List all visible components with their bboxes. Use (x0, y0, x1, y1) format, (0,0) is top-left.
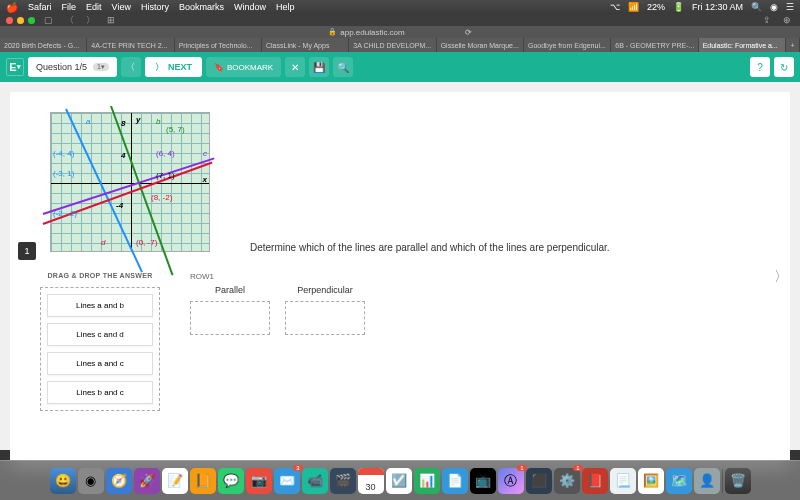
help-button[interactable]: ? (750, 57, 770, 77)
bluetooth-icon[interactable]: ⌥ (610, 2, 620, 12)
pages-icon[interactable]: 📄 (442, 468, 468, 494)
wifi-icon[interactable]: 📶 (628, 2, 639, 12)
reload-icon[interactable]: ⟳ (465, 28, 472, 37)
sidebar-toggle-icon[interactable]: ▢ (41, 15, 56, 25)
parallel-drop-target[interactable] (190, 301, 270, 335)
spotlight-icon[interactable]: 🔍 (751, 2, 762, 12)
perpendicular-header: Perpendicular (297, 285, 353, 295)
menu-file[interactable]: File (62, 2, 77, 12)
tab-1[interactable]: 4A-CTE PRIN TECH 2... (87, 38, 174, 52)
calendar-icon[interactable] (358, 468, 384, 494)
finder-icon[interactable]: 😀 (50, 468, 76, 494)
question-selector[interactable]: Question 1/5 1▾ (28, 57, 117, 77)
question-text: Determine which of the lines are paralle… (250, 242, 610, 253)
drag-item-ab[interactable]: Lines a and b (47, 294, 153, 317)
dictionary-icon[interactable]: 📕 (582, 468, 608, 494)
appstore-icon[interactable]: Ⓐ1 (498, 468, 524, 494)
forward-button[interactable]: 〉 (83, 14, 98, 27)
menu-bookmarks[interactable]: Bookmarks (179, 2, 224, 12)
reminders-icon[interactable]: ☑️ (386, 468, 412, 494)
row-label: ROW1 (190, 272, 760, 281)
minimize-window-icon[interactable] (17, 17, 24, 24)
appletv-icon[interactable]: 📺 (470, 468, 496, 494)
tab-8-active[interactable]: Edulastic: Formative a... (699, 38, 786, 52)
macos-dock: 😀 ◉ 🧭 🚀 📝 📙 💬 📷 ✉️3 📹 🎬 ☑️ 📊 📄 📺 Ⓐ1 ⬛ ⚙️… (0, 460, 800, 500)
close-window-icon[interactable] (6, 17, 13, 24)
drag-item-ac[interactable]: Lines a and c (47, 352, 153, 375)
battery-icon[interactable]: 🔋 (673, 2, 684, 12)
drag-panel: DRAG & DROP THE ANSWER Lines a and b Lin… (40, 272, 160, 411)
clock[interactable]: Fri 12:30 AM (692, 2, 743, 12)
label-c: c (203, 149, 207, 158)
new-tab-button[interactable]: + (786, 38, 800, 52)
contacts-icon[interactable]: 👤 (694, 468, 720, 494)
maps-icon[interactable]: 🗺️ (666, 468, 692, 494)
app-toolbar: E▾ Question 1/5 1▾ 〈 〉 NEXT 🔖 BOOKMARK ✕… (0, 52, 800, 82)
close-button[interactable]: ✕ (285, 57, 305, 77)
siri-dock-icon[interactable]: ◉ (78, 468, 104, 494)
macos-menubar: 🍎 Safari File Edit View History Bookmark… (0, 0, 800, 14)
notes-icon[interactable]: 📝 (162, 468, 188, 494)
question-content: 1 y x 8 4 -4 a b c d (-4, 4) (-3, 1) (10, 92, 790, 462)
notifications-icon[interactable]: ☰ (786, 2, 794, 12)
tab-4[interactable]: 3A CHILD DEVELOPM... (349, 38, 436, 52)
window-controls (6, 17, 35, 24)
sysprefs-icon[interactable]: ⚙️1 (554, 468, 580, 494)
url-bar[interactable]: 🔒 app.edulastic.com ⟳ (0, 26, 800, 38)
preview-icon[interactable]: 🖼️ (638, 468, 664, 494)
app-name[interactable]: Safari (28, 2, 52, 12)
bookmark-button[interactable]: 🔖 BOOKMARK (206, 57, 281, 77)
back-button[interactable]: 〈 (62, 14, 77, 27)
drag-item-bc[interactable]: Lines b and c (47, 381, 153, 404)
photobooth-icon[interactable]: 📷 (246, 468, 272, 494)
mail-icon[interactable]: ✉️3 (274, 468, 300, 494)
menu-help[interactable]: Help (276, 2, 295, 12)
search-button[interactable]: 🔍 (333, 57, 353, 77)
keynote-icon[interactable]: 🎬 (330, 468, 356, 494)
perpendicular-drop-target[interactable] (285, 301, 365, 335)
tab-7[interactable]: 6B - GEOMETRY PRE-... (611, 38, 698, 52)
menu-edit[interactable]: Edit (86, 2, 102, 12)
menu-window[interactable]: Window (234, 2, 266, 12)
tab-3[interactable]: ClassLink - My Apps (262, 38, 349, 52)
maximize-window-icon[interactable] (28, 17, 35, 24)
question-label: Question 1/5 (36, 62, 87, 72)
parallel-header: Parallel (215, 285, 245, 295)
show-tabs-icon[interactable]: ⊞ (104, 15, 118, 25)
new-tab-icon[interactable]: ⊕ (780, 15, 794, 25)
share-icon[interactable]: ⇪ (760, 15, 774, 25)
prev-question-button[interactable]: 〈 (121, 57, 141, 77)
messages-icon[interactable]: 💬 (218, 468, 244, 494)
tab-0[interactable]: 2020 Birth Defects - G... (0, 38, 87, 52)
label-b: b (156, 117, 160, 126)
bookmark-icon: 🔖 (214, 63, 224, 72)
next-page-arrow[interactable]: 〉 (774, 268, 788, 286)
launchpad-icon[interactable]: 🚀 (134, 468, 160, 494)
tab-2[interactable]: Principles of Technolo... (175, 38, 262, 52)
save-button[interactable]: 💾 (309, 57, 329, 77)
facetime-icon[interactable]: 📹 (302, 468, 328, 494)
edulastic-logo[interactable]: E▾ (6, 58, 24, 76)
safari-icon[interactable]: 🧭 (106, 468, 132, 494)
exit-button[interactable]: ↻ (774, 57, 794, 77)
trash-icon[interactable]: 🗑️ (725, 468, 751, 494)
menu-view[interactable]: View (112, 2, 131, 12)
label-a: a (86, 117, 90, 126)
drag-item-cd[interactable]: Lines c and d (47, 323, 153, 346)
label-d: d (101, 238, 105, 247)
ibooks-icon[interactable]: 📙 (190, 468, 216, 494)
drag-options-container: Lines a and b Lines c and d Lines a and … (40, 287, 160, 411)
terminal-icon[interactable]: ⬛ (526, 468, 552, 494)
x-axis-label: x (203, 175, 207, 184)
numbers-icon[interactable]: 📊 (414, 468, 440, 494)
apple-menu-icon[interactable]: 🍎 (6, 2, 18, 13)
y-axis-label: y (136, 115, 140, 124)
tab-5[interactable]: Gisselle Moran Marque... (437, 38, 524, 52)
textedit-icon[interactable]: 📃 (610, 468, 636, 494)
tab-6[interactable]: Goodbye from Edgenui... (524, 38, 611, 52)
next-question-button[interactable]: 〉 NEXT (145, 57, 202, 77)
menu-history[interactable]: History (141, 2, 169, 12)
answer-area: DRAG & DROP THE ANSWER Lines a and b Lin… (40, 272, 760, 411)
browser-tabs: 2020 Birth Defects - G... 4A-CTE PRIN TE… (0, 38, 800, 52)
siri-icon[interactable]: ◉ (770, 2, 778, 12)
